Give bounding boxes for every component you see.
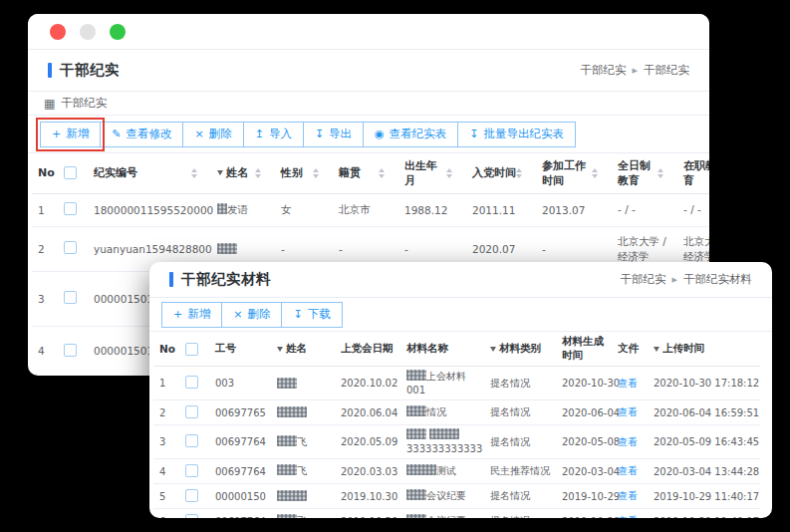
table-cell: 提名情况 — [484, 509, 556, 519]
table-cell: 2020-06-04 16:59:51 — [648, 400, 760, 425]
page-title: 干部纪实材料 — [181, 270, 271, 289]
row-checkbox[interactable] — [64, 344, 77, 357]
table-cell: 1988.12 — [398, 193, 466, 226]
column-header[interactable]: 全日制教育 — [612, 153, 677, 193]
delete-button[interactable]: ×删除 — [221, 302, 282, 328]
column-header-label: 在职教育 — [683, 158, 709, 188]
add-button[interactable]: +新增 — [161, 302, 222, 328]
column-header[interactable]: 在职教育 — [677, 153, 709, 193]
table-cell: 提名情况 — [484, 367, 556, 400]
table-cell: 2019.10.30 — [335, 484, 400, 509]
table-cell: 00697764 — [209, 459, 271, 484]
materials-table: No工号姓名上党会日期材料名称材料类别材料生成时间文件上传时间10032020.… — [149, 332, 772, 518]
export-button[interactable]: ↧导出 — [303, 122, 364, 147]
zoom-dot-icon[interactable] — [110, 24, 126, 40]
filter-icon[interactable] — [490, 347, 496, 352]
button-label: 新增 — [187, 307, 210, 322]
breadcrumb-item[interactable]: 干部纪实 — [581, 63, 627, 78]
table-cell: 1 — [153, 367, 179, 400]
select-all-checkbox[interactable] — [64, 166, 77, 179]
table-cell: 2 — [32, 226, 58, 271]
window-cadre-record-materials: 干部纪实材料 干部纪实 ▶ 干部纪实材料 +新增×删除↧下载 No工号姓名上党会… — [149, 262, 772, 518]
button-label: 导出 — [329, 127, 352, 141]
view-link[interactable]: 查看 — [618, 490, 638, 501]
column-header[interactable]: 姓名 — [211, 153, 275, 193]
select-all-header[interactable] — [58, 153, 88, 193]
column-header[interactable]: 上传时间 — [648, 332, 760, 367]
import-button[interactable]: ↥导入 — [243, 122, 304, 147]
breadcrumb-item[interactable]: 干部纪实 — [644, 63, 689, 78]
column-header[interactable]: 纪实编号 — [88, 153, 211, 193]
select-all-checkbox[interactable] — [185, 343, 198, 356]
table-cell: 2020.05.09 — [335, 425, 400, 459]
breadcrumb-item[interactable]: 干部纪实材料 — [683, 272, 752, 287]
row-checkbox[interactable] — [185, 405, 198, 418]
column-header-label: 材料类别 — [499, 342, 541, 356]
column-header[interactable]: 参加工作时间 — [536, 153, 612, 193]
close-dot-icon[interactable] — [50, 24, 66, 40]
column-header-label: No — [38, 166, 55, 179]
row-checkbox[interactable] — [64, 291, 77, 304]
table-cell: 333333333333 — [400, 425, 484, 459]
table-cell: 2019-10-29 11:40:17 — [648, 509, 760, 519]
sort-carets-icon[interactable] — [446, 168, 460, 178]
row-select-cell — [179, 509, 209, 519]
row-checkbox[interactable] — [185, 464, 198, 477]
row-select-cell — [179, 367, 209, 400]
download-button[interactable]: ↧下载 — [281, 302, 342, 328]
row-checkbox[interactable] — [64, 241, 77, 254]
breadcrumb: 干部纪实 ▶ 干部纪实材料 — [621, 272, 752, 287]
sort-carets-icon[interactable] — [516, 168, 530, 178]
view-link[interactable]: 查看 — [618, 465, 638, 476]
censored-text — [277, 464, 297, 475]
button-label: 下载 — [308, 307, 331, 322]
select-all-header[interactable] — [179, 332, 209, 367]
view-link[interactable]: 查看 — [618, 515, 638, 518]
row-select-cell — [58, 226, 88, 271]
add-button[interactable]: +新增 — [40, 122, 101, 147]
column-header[interactable]: 入党时间 — [466, 153, 536, 193]
table-cell: 00000150 — [209, 484, 271, 509]
row-checkbox[interactable] — [185, 514, 198, 519]
filter-icon[interactable] — [217, 170, 223, 175]
column-header[interactable]: 性别 — [275, 153, 333, 193]
row-select-cell — [179, 484, 209, 509]
column-header: No — [153, 332, 179, 367]
row-checkbox[interactable] — [185, 434, 198, 447]
sort-carets-icon[interactable] — [313, 168, 327, 178]
batch-export-button[interactable]: ↧批量导出纪实表 — [457, 122, 576, 147]
table-cell: 2020-05-09 16:43:45 — [648, 425, 760, 459]
row-checkbox[interactable] — [64, 202, 77, 215]
x-icon: × — [194, 129, 203, 139]
sort-carets-icon[interactable] — [592, 168, 606, 178]
column-header-label: 入党时间 — [472, 165, 516, 180]
column-header[interactable]: 出生年月 — [398, 153, 466, 193]
table-header-row: No纪实编号姓名性别籍贯出生年月入党时间参加工作时间全日制教育在职教育 — [32, 153, 709, 193]
breadcrumb-item[interactable]: 干部纪实 — [621, 272, 666, 287]
column-header: 材料生成时间 — [556, 332, 612, 367]
table-cell: 民主推荐情况 — [484, 459, 556, 484]
sort-carets-icon[interactable] — [658, 168, 671, 178]
sort-carets-icon[interactable] — [379, 168, 393, 178]
filter-icon[interactable] — [654, 347, 659, 352]
delete-button[interactable]: ×删除 — [182, 122, 243, 147]
view-record-table-button[interactable]: ◉查看纪实表 — [363, 122, 458, 147]
censored-text — [406, 464, 436, 475]
column-header[interactable]: 材料类别 — [484, 332, 556, 367]
view-edit-button[interactable]: ✎查看修改 — [100, 122, 183, 147]
table-cell: 2019-10-29 — [556, 484, 612, 509]
breadcrumb: 干部纪实 ▶ 干部纪实 — [581, 63, 689, 78]
view-link[interactable]: 查看 — [618, 436, 638, 447]
sort-carets-icon[interactable] — [255, 168, 269, 178]
censored-text — [217, 203, 227, 214]
minimize-dot-icon[interactable] — [80, 24, 96, 40]
row-checkbox[interactable] — [185, 489, 198, 502]
view-link[interactable]: 查看 — [618, 378, 638, 389]
view-link[interactable]: 查看 — [618, 406, 638, 417]
filter-icon[interactable] — [277, 347, 283, 352]
sort-carets-icon[interactable] — [191, 168, 205, 178]
download-icon: ↧ — [469, 129, 478, 139]
column-header[interactable]: 籍贯 — [333, 153, 398, 193]
row-checkbox[interactable] — [185, 376, 198, 389]
column-header[interactable]: 姓名 — [271, 332, 335, 367]
